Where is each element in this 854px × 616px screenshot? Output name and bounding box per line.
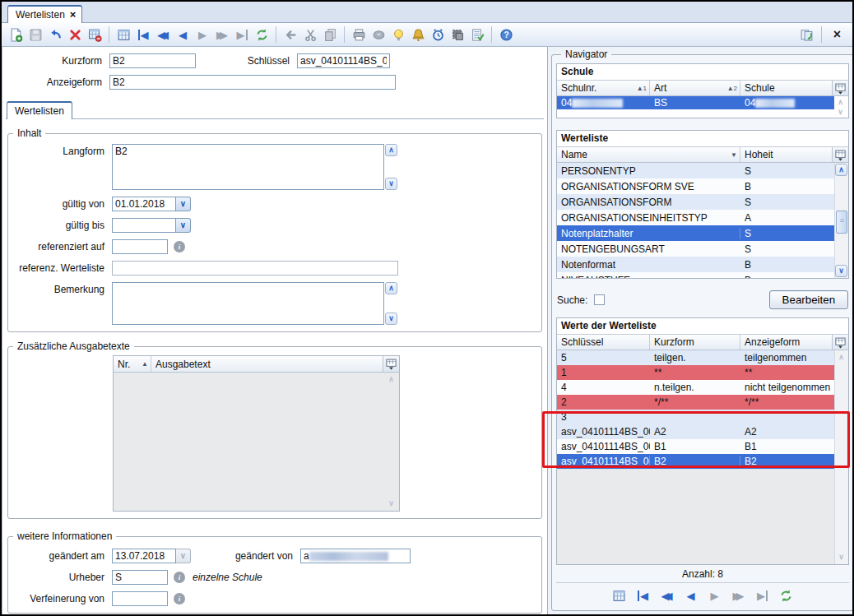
ausgabetexte-col-nr[interactable]: Nr. ▲ — [114, 356, 151, 372]
geaendert-am-input[interactable] — [112, 549, 176, 563]
save-icon[interactable] — [26, 25, 44, 44]
werteliste-scrollbar[interactable]: ∧ ∨ — [834, 163, 848, 278]
werteliste-row[interactable]: NotenformatB — [557, 257, 834, 272]
next-record-icon[interactable]: ▶ — [193, 25, 211, 44]
werte-row[interactable]: 3 — [557, 410, 834, 424]
werteliste-row[interactable]: NIVEAUSTUFEB — [557, 272, 834, 278]
gueltig-von-dropdown-icon[interactable]: ∨ — [176, 197, 191, 211]
panel-close-icon[interactable]: × — [827, 27, 847, 42]
tab-close-icon[interactable]: × — [70, 11, 77, 19]
werteliste-row[interactable]: ORGANISATIONSEINHEITSTYPA — [557, 210, 834, 225]
undo-icon[interactable] — [46, 25, 64, 44]
werteliste-row[interactable]: ORGANISATIONSFORMS — [557, 194, 834, 210]
table-config-icon[interactable] — [383, 356, 399, 372]
schluessel-input[interactable] — [297, 53, 390, 68]
suche-checkbox[interactable] — [594, 294, 605, 305]
werteliste-row[interactable]: PERSONENTYPS — [557, 163, 834, 178]
selection-icon[interactable] — [448, 25, 466, 44]
scroll-up-icon[interactable]: ∧ — [385, 144, 397, 156]
sort-asc-icon: ▲ — [142, 360, 148, 368]
fast-forward-icon[interactable]: ▶▶ — [730, 586, 748, 604]
back-arrow-icon[interactable] — [281, 25, 299, 44]
delete-record-icon[interactable] — [66, 25, 84, 44]
scrollbar-thumb[interactable] — [836, 211, 847, 234]
kurzform-input[interactable] — [109, 53, 196, 68]
scroll-down-icon[interactable]: ∨ — [385, 178, 397, 190]
werte-row[interactable]: 5teilgen.teilgenommen — [557, 350, 834, 365]
subtab-wertelisten[interactable]: Wertelisten — [7, 101, 72, 119]
anzeigeform-input[interactable] — [109, 75, 396, 90]
gueltig-bis-label: gültig bis — [8, 220, 112, 231]
werteliste-row[interactable]: ORGANISATIONSFORM SVEB — [557, 178, 834, 194]
werteliste-col-name[interactable]: Name ▼ — [557, 147, 740, 162]
werte-col-anzeigeform[interactable]: Anzeigeform — [740, 335, 832, 350]
scroll-down-icon[interactable]: ∨ — [835, 265, 847, 277]
ausgabetexte-scrollbar[interactable]: ∧ ∨ — [385, 373, 399, 511]
switch-panel-icon[interactable] — [798, 25, 816, 44]
schule-col-art[interactable]: Art ▲2 — [650, 81, 740, 95]
previous-record-icon[interactable]: ◀ — [682, 586, 700, 604]
werte-row[interactable]: 4n.teilgen.nicht teilgenommen — [557, 380, 834, 395]
langform-textarea[interactable]: B2 — [112, 144, 384, 190]
geaendert-von-input[interactable]: a — [300, 549, 411, 563]
next-record-icon[interactable]: ▶ — [706, 586, 724, 604]
table-config-icon[interactable] — [832, 81, 848, 95]
scroll-down-icon[interactable]: ∨ — [385, 313, 397, 325]
referenziert-auf-input[interactable] — [112, 239, 168, 254]
werte-row[interactable]: 2*/***/** — [557, 395, 834, 410]
werte-col-kurzform[interactable]: Kurzform — [650, 335, 740, 350]
ausgabetexte-col-ausgabetext[interactable]: Ausgabetext — [151, 356, 383, 372]
record-disc-icon[interactable] — [369, 25, 388, 44]
gueltig-bis-dropdown-icon[interactable]: ∨ — [176, 218, 191, 233]
content-area: Kurzform Schlüssel Anzeigeform Wertelist… — [2, 47, 852, 614]
fast-forward-icon[interactable]: ▶▶ — [213, 25, 231, 44]
previous-record-icon[interactable]: ◀ — [174, 25, 192, 44]
records-table-icon[interactable] — [114, 25, 132, 44]
bearbeiten-button[interactable]: Bearbeiten — [769, 290, 848, 309]
reminder-clock-icon[interactable] — [429, 25, 447, 44]
help-icon[interactable] — [497, 25, 515, 44]
werte-row-selected[interactable]: asv_04101114BS_00...B2B2 — [557, 454, 834, 469]
bemerkung-textarea[interactable] — [112, 282, 384, 325]
scroll-up-icon[interactable]: ∧ — [835, 164, 847, 176]
last-record-icon[interactable]: ▶ — [754, 586, 772, 604]
last-record-icon[interactable]: ▶ — [233, 25, 251, 44]
fast-backward-icon[interactable]: ◀◀ — [154, 25, 172, 44]
table-config-icon[interactable] — [832, 147, 848, 162]
table-config-icon[interactable] — [832, 335, 848, 350]
print-icon[interactable] — [350, 25, 368, 44]
schule-scrollbar[interactable]: ∧ ∨ — [834, 96, 848, 118]
tab-wertelisten[interactable]: Wertelisten × — [7, 5, 82, 23]
werte-col-schluessel[interactable]: Schlüssel — [557, 335, 650, 350]
refresh-icon[interactable] — [253, 25, 271, 44]
werteliste-row-selected[interactable]: NotenplatzhalterS — [557, 225, 834, 241]
werte-row[interactable]: 1**** — [557, 365, 834, 380]
hint-bulb-icon[interactable] — [389, 25, 407, 44]
notification-bell-icon[interactable] — [409, 25, 427, 44]
fast-backward-icon[interactable]: ◀◀ — [658, 586, 676, 604]
cut-icon[interactable] — [301, 25, 319, 44]
gueltig-von-input[interactable] — [112, 197, 176, 211]
schule-col-schule[interactable]: Schule — [740, 81, 832, 95]
records-table-icon[interactable] — [610, 586, 629, 604]
first-record-icon[interactable]: ◀ — [634, 586, 652, 604]
copy-icon[interactable] — [321, 25, 339, 44]
protocol-list-icon[interactable] — [468, 25, 486, 44]
discard-record-icon[interactable] — [86, 25, 104, 44]
referenz-werteliste-label: referenz. Werteliste — [8, 262, 112, 274]
first-record-icon[interactable]: ◀ — [134, 25, 152, 44]
verfeinerung-von-input[interactable] — [112, 591, 168, 606]
werteliste-row[interactable]: NOTENGEBUNGSARTS — [557, 241, 834, 257]
gueltig-bis-input[interactable] — [112, 218, 176, 233]
scroll-up-icon[interactable]: ∧ — [385, 282, 397, 294]
werte-row[interactable]: asv_04101114BS_00...A2A2 — [557, 424, 834, 439]
werte-scrollbar[interactable]: ∧ ∨ — [834, 350, 848, 564]
werteliste-col-hoheit[interactable]: Hoheit — [740, 147, 832, 162]
referenz-werteliste-input[interactable] — [112, 261, 398, 276]
werte-row[interactable]: asv_04101114BS_00...B1B1 — [557, 439, 834, 454]
refresh-icon[interactable] — [777, 586, 796, 604]
schule-row[interactable]: 04 BS 04 — [557, 96, 834, 109]
new-record-icon[interactable] — [7, 25, 25, 44]
schule-col-schulnr[interactable]: Schulnr. ▲1 — [557, 81, 650, 95]
urheber-input[interactable] — [112, 570, 168, 585]
